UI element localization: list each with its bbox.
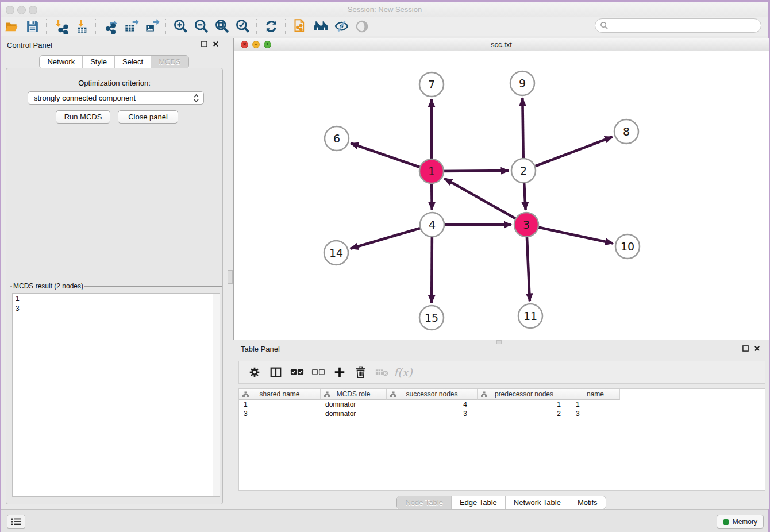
- edge-2-8[interactable]: [523, 137, 613, 171]
- node-14[interactable]: 14: [324, 241, 348, 265]
- cell-name[interactable]: 3: [571, 409, 620, 418]
- column-header-MCDS-role[interactable]: MCDS role: [321, 389, 387, 400]
- save-floppy-icon: [25, 19, 40, 33]
- close-panel-icon[interactable]: [754, 345, 760, 352]
- column-mapping-icon: [324, 391, 330, 398]
- hide-graphics-details-button[interactable]: [331, 18, 352, 35]
- tab-node-table[interactable]: Node Table: [397, 496, 452, 509]
- memory-status-dot: [723, 519, 729, 525]
- cell-MCDS-role[interactable]: dominator: [321, 400, 387, 409]
- cell-successor-nodes[interactable]: 4: [387, 400, 478, 409]
- unselect-all-columns-button[interactable]: [307, 363, 329, 381]
- zoom-fit-button[interactable]: [211, 18, 232, 35]
- node-label: 14: [329, 246, 343, 259]
- node-15[interactable]: 15: [419, 306, 444, 330]
- panel-splitter[interactable]: [227, 36, 233, 509]
- tab-network[interactable]: Network: [40, 56, 83, 68]
- ndex-home-button[interactable]: [310, 18, 331, 35]
- network-frame-titlebar[interactable]: ✕ − + scc.txt: [234, 38, 769, 52]
- select-all-columns-button[interactable]: [286, 363, 307, 381]
- create-column-button[interactable]: [329, 363, 350, 381]
- splitter-grip[interactable]: [228, 270, 233, 284]
- open-session-button[interactable]: [1, 18, 22, 35]
- criterion-value: strongly connected component: [34, 94, 136, 102]
- column-header-successor-nodes[interactable]: successor nodes: [387, 389, 478, 400]
- unchecked-boxes-icon: [311, 367, 325, 377]
- column-mapping-icon: [390, 391, 396, 398]
- column-header-predecessor-nodes[interactable]: predecessor nodes: [478, 389, 571, 400]
- cell-shared-name[interactable]: 3: [239, 409, 321, 418]
- node-label: 2: [520, 164, 527, 177]
- node-6[interactable]: 6: [325, 126, 349, 151]
- save-session-button[interactable]: [22, 18, 43, 35]
- cell-predecessor-nodes[interactable]: 2: [478, 409, 571, 418]
- tab-style[interactable]: Style: [83, 56, 115, 68]
- zoom-out-icon: [194, 18, 209, 34]
- zoom-out-button[interactable]: [191, 18, 211, 35]
- cell-predecessor-nodes[interactable]: 1: [478, 400, 571, 409]
- eye-slash-icon: [334, 18, 349, 34]
- node-3[interactable]: 3: [514, 213, 538, 237]
- export-table-button[interactable]: [121, 18, 141, 35]
- run-mcds-button[interactable]: Run MCDS: [56, 110, 110, 124]
- node-11[interactable]: 11: [518, 304, 542, 328]
- cell-successor-nodes[interactable]: 3: [387, 409, 478, 418]
- node-1[interactable]: 1: [419, 159, 444, 183]
- eye-disabled-icon: [355, 19, 369, 34]
- function-builder-button[interactable]: f(x): [392, 363, 414, 381]
- memory-button[interactable]: Memory: [717, 515, 764, 529]
- zoom-in-button[interactable]: [170, 18, 191, 35]
- search-field[interactable]: [612, 21, 761, 30]
- tab-mcds[interactable]: MCDS: [151, 56, 188, 68]
- clone-network-button[interactable]: [290, 18, 310, 35]
- column-header-shared-name[interactable]: shared name: [239, 389, 321, 400]
- node-label: 6: [333, 132, 340, 145]
- column-header-name[interactable]: name: [571, 389, 620, 400]
- import-network-button[interactable]: [51, 18, 71, 35]
- close-panel-button[interactable]: Close panel: [118, 110, 178, 124]
- export-network-button[interactable]: [100, 18, 121, 35]
- tab-select[interactable]: Select: [115, 56, 151, 68]
- mcds-result-textarea[interactable]: 13: [12, 293, 220, 497]
- export-network-icon: [103, 18, 118, 34]
- show-graphics-details-button[interactable]: [352, 18, 372, 35]
- node-10[interactable]: 10: [615, 234, 640, 259]
- tab-edge-table[interactable]: Edge Table: [452, 496, 506, 509]
- float-panel-icon[interactable]: [201, 41, 207, 47]
- delete-columns-button[interactable]: [350, 363, 371, 381]
- refresh-layout-button[interactable]: [261, 18, 282, 35]
- node-4[interactable]: 4: [420, 213, 444, 237]
- export-image-button[interactable]: [141, 18, 162, 35]
- cell-shared-name[interactable]: 1: [239, 400, 321, 409]
- table-row[interactable]: 3dominator323: [239, 409, 765, 418]
- import-table-button[interactable]: [71, 18, 92, 35]
- result-scrollbar[interactable]: [213, 294, 220, 496]
- task-history-button[interactable]: [7, 515, 25, 529]
- search-input[interactable]: [595, 18, 761, 33]
- toolbar-separator: [95, 19, 97, 34]
- node-2[interactable]: 2: [511, 159, 536, 183]
- splitter-grip[interactable]: [496, 340, 502, 344]
- network-canvas[interactable]: 1234678910111415: [234, 51, 769, 340]
- cell-name[interactable]: 1: [571, 400, 620, 409]
- edge-3-1[interactable]: [445, 179, 526, 225]
- tab-network-table[interactable]: Network Table: [506, 496, 569, 509]
- delete-table-button[interactable]: [371, 363, 392, 381]
- edge-1-6[interactable]: [351, 143, 432, 171]
- search-icon: [600, 21, 609, 30]
- show-columns-button[interactable]: [265, 363, 286, 381]
- table-settings-button[interactable]: [244, 363, 265, 381]
- float-panel-icon[interactable]: [742, 345, 749, 352]
- table-row[interactable]: 1dominator411: [239, 400, 765, 409]
- node-9[interactable]: 9: [510, 71, 534, 95]
- tab-motifs[interactable]: Motifs: [569, 496, 606, 509]
- cell-MCDS-role[interactable]: dominator: [321, 409, 387, 418]
- criterion-dropdown[interactable]: strongly connected component: [28, 91, 204, 105]
- edge-3-10[interactable]: [526, 225, 613, 244]
- close-panel-icon[interactable]: [213, 41, 219, 47]
- node-8[interactable]: 8: [614, 119, 638, 144]
- horizontal-splitter[interactable]: [233, 340, 769, 345]
- zoom-selected-button[interactable]: [232, 18, 253, 35]
- node-7[interactable]: 7: [419, 72, 444, 97]
- dropdown-arrows-icon: [193, 94, 199, 103]
